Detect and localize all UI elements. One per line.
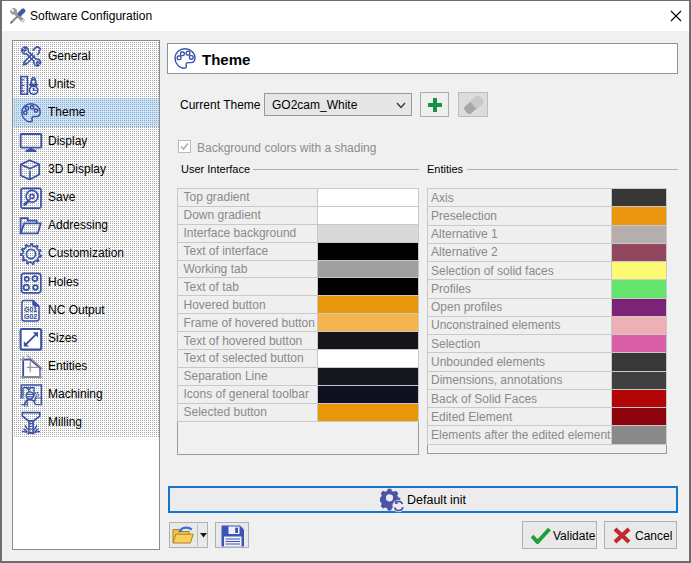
svg-text:G01: G01: [24, 305, 37, 312]
svg-text:G02: G02: [24, 312, 37, 319]
